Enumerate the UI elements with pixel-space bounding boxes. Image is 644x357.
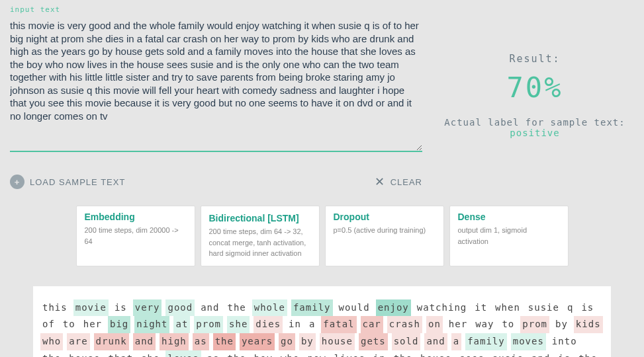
input-text[interactable] <box>10 17 422 152</box>
layers-row: Embedding 200 time steps, dim 20000 -> 6… <box>0 206 644 266</box>
clear-label: CLEAR <box>391 177 422 187</box>
token: kids <box>574 316 603 333</box>
layer-title: Dropout <box>334 212 436 222</box>
actual-label-value: positive <box>510 128 559 138</box>
token: big <box>108 316 130 333</box>
layer-card-dense[interactable]: Dense output dim 1, sigmoid activation <box>449 206 569 266</box>
token: and <box>199 299 221 317</box>
token: prom <box>520 316 549 333</box>
token: gets <box>359 333 388 350</box>
token: in <box>371 350 388 357</box>
token: the <box>213 333 236 350</box>
result-panel: Result: 70% Actual label for sample text… <box>436 0 634 189</box>
token: as <box>193 333 209 350</box>
token: to <box>61 316 77 333</box>
token: q <box>565 299 575 317</box>
layer-card-dropout[interactable]: Dropout p=0.5 (active during training) <box>325 206 444 266</box>
result-percentage: 70% <box>436 71 634 104</box>
token: is <box>113 299 129 317</box>
token: boy <box>252 350 275 357</box>
token: by <box>299 333 316 350</box>
token: in <box>287 316 303 333</box>
token: fatal <box>321 316 356 333</box>
layer-title: Dense <box>458 212 560 222</box>
load-sample-label: LOAD SAMPLE TEXT <box>30 177 125 187</box>
token: on <box>426 316 443 333</box>
token: the <box>225 350 248 357</box>
result-label: Result: <box>436 53 634 65</box>
token: would <box>337 299 372 317</box>
layer-desc: 200 time steps, dim 64 -> 32, concat mer… <box>209 226 311 259</box>
token: go <box>279 333 295 350</box>
token: when <box>493 299 522 317</box>
plus-icon: + <box>10 175 24 189</box>
layer-desc: output dim 1, sigmoid activation <box>458 225 560 247</box>
token: prom <box>194 316 223 333</box>
token: who <box>40 333 63 350</box>
token: as <box>205 350 222 357</box>
token: family <box>291 299 333 317</box>
token: sold <box>392 333 421 350</box>
token: house <box>418 350 453 357</box>
token: moves <box>511 333 546 350</box>
token: movie <box>73 299 109 317</box>
token: the <box>40 350 63 357</box>
token: car <box>361 316 383 333</box>
token: very <box>133 299 162 317</box>
token: lives <box>332 350 367 357</box>
token: is <box>556 350 573 357</box>
token: she <box>139 350 161 357</box>
token-row: thismovieisverygoodandthewholefamilywoul… <box>38 299 606 358</box>
token: of <box>40 316 57 333</box>
token: into <box>550 333 579 350</box>
token: to <box>500 316 516 333</box>
token: are <box>67 333 89 350</box>
token: way <box>473 316 496 333</box>
actual-label-prefix: Actual label for sample text: <box>444 117 625 128</box>
token: loves <box>165 350 201 357</box>
token: now <box>305 350 328 357</box>
token: years <box>240 333 275 350</box>
token: good <box>165 299 195 317</box>
token: is <box>579 299 596 317</box>
token: watching <box>415 299 469 317</box>
token: night <box>134 316 169 333</box>
token: the <box>392 350 414 357</box>
token: sees <box>457 350 486 357</box>
token: high <box>160 333 189 350</box>
token: enjoy <box>376 299 411 317</box>
close-icon: ✕ <box>375 176 385 188</box>
token: this <box>40 299 69 317</box>
layer-card-embedding[interactable]: Embedding 200 time steps, dim 20000 -> 6… <box>76 206 195 266</box>
layer-desc: 200 time steps, dim 20000 -> 64 <box>85 225 187 247</box>
token: a <box>307 316 317 333</box>
token: and <box>424 333 447 350</box>
token: and <box>529 350 552 357</box>
token: house <box>320 333 355 350</box>
load-sample-button[interactable]: + LOAD SAMPLE TEXT <box>10 175 125 189</box>
token: it <box>473 299 489 317</box>
layer-title: Embedding <box>85 212 187 222</box>
layer-card-bidirectional[interactable]: Bidirectional [LSTM] 200 time steps, dim… <box>201 206 320 266</box>
token: at <box>173 316 190 333</box>
token: she <box>227 316 250 333</box>
token: susie <box>526 299 561 317</box>
token: family <box>465 333 507 350</box>
token: dies <box>253 316 283 333</box>
token: a <box>451 333 461 350</box>
clear-button[interactable]: ✕ CLEAR <box>375 175 422 189</box>
token: the <box>225 299 248 317</box>
token: whole <box>252 299 287 317</box>
input-label: input text <box>10 5 422 14</box>
tokens-panel: thismovieisverygoodandthewholefamilywoul… <box>33 286 611 358</box>
token: her <box>81 316 104 333</box>
token: crash <box>387 316 422 333</box>
layer-title: Bidirectional [LSTM] <box>209 213 311 223</box>
token: her <box>447 316 469 333</box>
token: and <box>133 333 156 350</box>
actual-label: Actual label for sample text: positive <box>436 117 634 138</box>
token: by <box>553 316 570 333</box>
token: house <box>67 350 102 357</box>
token: susie <box>490 350 526 357</box>
token: the <box>576 350 599 357</box>
